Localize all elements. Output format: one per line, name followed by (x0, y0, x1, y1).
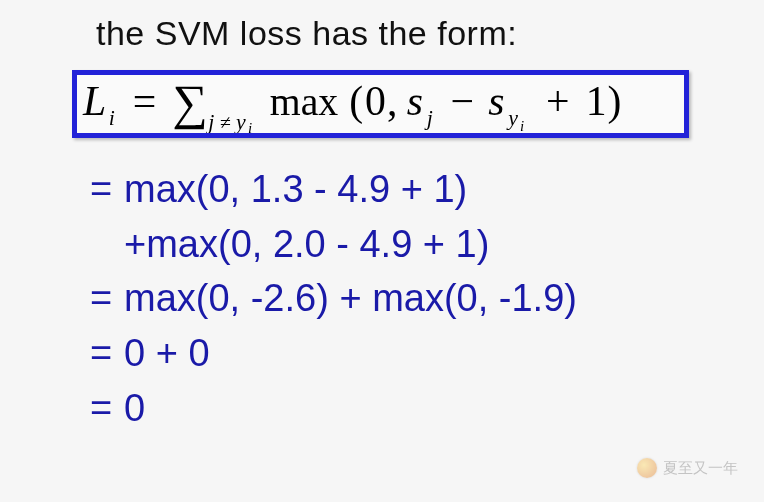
formula-sigma: ∑ (172, 75, 207, 130)
formula-zero: 0 (365, 78, 386, 124)
svm-loss-formula-box: L i = ∑ j ≠ y i max ( 0 , s j − s y i + … (72, 70, 689, 138)
calc-line-2-indent (90, 217, 124, 272)
formula-sub-yi: i (248, 120, 252, 133)
calc-line-1-eq: = (90, 162, 124, 217)
formula-s2: s (488, 78, 504, 124)
calc-line-4-eq: = (90, 326, 124, 381)
calc-line-5-text: 0 (124, 381, 145, 436)
formula-plus: + (546, 78, 570, 124)
slide: the SVM loss has the form: L i = ∑ j ≠ y… (0, 0, 764, 502)
calc-line-1: = max(0, 1.3 - 4.9 + 1) (90, 162, 577, 217)
calc-line-3-eq: = (90, 271, 124, 326)
heading-text: the SVM loss has the form: (96, 14, 517, 53)
formula-max: max (270, 80, 339, 124)
calc-line-2-text: +max(0, 2.0 - 4.9 + 1) (124, 217, 489, 272)
calculation-block: = max(0, 1.3 - 4.9 + 1) +max(0, 2.0 - 4.… (90, 162, 577, 436)
formula-equals: = (133, 78, 157, 124)
calc-line-4-text: 0 + 0 (124, 326, 210, 381)
calc-line-5-eq: = (90, 381, 124, 436)
formula-L-sub-i: i (109, 106, 115, 130)
watermark-sun-icon (637, 458, 657, 478)
calc-line-1-text: max(0, 1.3 - 4.9 + 1) (124, 162, 467, 217)
formula-L: L (82, 78, 106, 124)
formula-comma: , (387, 78, 397, 124)
watermark-text: 夏至又一年 (663, 459, 738, 478)
formula-open-paren: ( (349, 78, 363, 125)
formula-close-paren: ) (608, 78, 622, 125)
calc-line-2: +max(0, 2.0 - 4.9 + 1) (90, 217, 577, 272)
formula-s1: s (407, 78, 423, 124)
formula-s2-sub-i: i (520, 118, 524, 133)
formula-sub-ne: ≠ (220, 111, 231, 133)
formula-minus: − (451, 78, 475, 124)
svm-loss-formula: L i = ∑ j ≠ y i max ( 0 , s j − s y i + … (81, 75, 684, 133)
calc-line-3: = max(0, -2.6) + max(0, -1.9) (90, 271, 577, 326)
calc-line-3-text: max(0, -2.6) + max(0, -1.9) (124, 271, 577, 326)
formula-s1-sub: j (424, 106, 433, 130)
calc-line-5: = 0 (90, 381, 577, 436)
watermark: 夏至又一年 (637, 458, 738, 478)
formula-s2-sub-y: y (506, 106, 518, 130)
formula-one: 1 (586, 78, 607, 124)
formula-sub-y: y (234, 110, 246, 133)
calc-line-4: = 0 + 0 (90, 326, 577, 381)
